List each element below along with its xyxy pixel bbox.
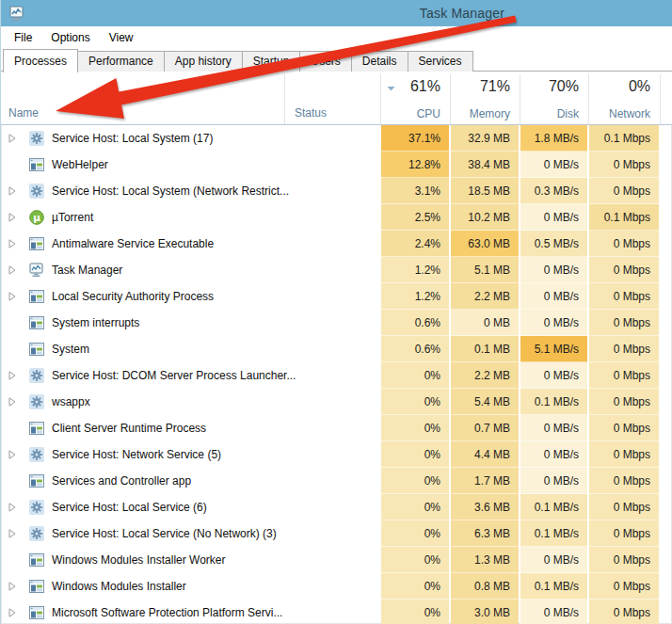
- cpu-cell: 2.4%: [381, 231, 449, 257]
- process-row[interactable]: Service Host: Local System (17) 37.1% 32…: [1, 125, 672, 152]
- application-window-icon: [29, 553, 44, 567]
- memory-cell: 1.7 MB: [451, 468, 519, 494]
- process-row[interactable]: WebHelper 12.8% 38.4 MB 0 MB/s 0 Mbps: [1, 152, 672, 178]
- process-row[interactable]: Service Host: DCOM Server Process Launch…: [1, 362, 672, 389]
- window-icon: [29, 552, 44, 568]
- network-cell: 0 Mbps: [589, 336, 659, 362]
- process-row[interactable]: µ µTorrent 2.5% 10.2 MB 0 MB/s 0.1 Mbps: [1, 204, 672, 231]
- tab-performance[interactable]: Performance: [77, 51, 165, 72]
- expand-arrow-icon[interactable]: [8, 547, 25, 573]
- disk-cell: 0 MB/s: [520, 362, 587, 389]
- expand-arrow-icon[interactable]: [8, 573, 25, 600]
- process-row[interactable]: Local Security Authority Process 1.2% 2.…: [1, 283, 672, 310]
- expand-arrow-icon[interactable]: [8, 283, 25, 310]
- process-row[interactable]: System interrupts 0.6% 0 MB 0 MB/s 0 Mbp…: [1, 310, 672, 336]
- menu-item-file[interactable]: File: [5, 29, 41, 46]
- expand-arrow-icon[interactable]: [8, 125, 25, 152]
- service-gear-icon: [29, 368, 44, 383]
- window-icon: [29, 579, 44, 594]
- column-header-name[interactable]: Name: [8, 106, 39, 120]
- process-name-cell: Local Security Authority Process: [1, 283, 214, 310]
- process-row[interactable]: Task Manager 1.2% 5.1 MB 0 MB/s 0 Mbps: [1, 257, 672, 283]
- expand-arrow-icon[interactable]: [8, 310, 25, 336]
- process-name-cell: Windows Modules Installer Worker: [1, 547, 226, 573]
- process-row[interactable]: Services and Controller app 0% 1.7 MB 0 …: [1, 468, 672, 494]
- expand-arrow-icon[interactable]: [8, 600, 25, 624]
- expand-arrow-icon[interactable]: [8, 494, 25, 520]
- cpu-total-percent: 61%: [410, 78, 440, 95]
- process-name: Service Host: Local System (17): [52, 132, 213, 145]
- menu-item-options[interactable]: Options: [41, 29, 99, 46]
- memory-cell: 3.6 MB: [451, 494, 519, 520]
- tab-users[interactable]: Users: [299, 51, 351, 72]
- column-header-network[interactable]: 0% Network: [589, 72, 659, 125]
- process-name-cell: µ µTorrent: [1, 204, 93, 231]
- column-header-status[interactable]: Status: [295, 106, 327, 120]
- expand-arrow-icon[interactable]: [8, 257, 25, 283]
- tab-services[interactable]: Services: [408, 51, 473, 72]
- expand-arrow-icon[interactable]: [8, 520, 25, 547]
- process-name: WebHelper: [52, 158, 108, 171]
- network-cell: 0 Mbps: [589, 283, 659, 310]
- column-header-memory[interactable]: 71% Memory: [451, 72, 519, 125]
- expand-arrow-icon[interactable]: [8, 231, 25, 257]
- tab-startup[interactable]: Startup: [242, 51, 301, 72]
- expand-arrow-icon[interactable]: [8, 389, 25, 415]
- process-name-cell: Microsoft Software Protection Platform S…: [1, 600, 282, 624]
- application-window-icon: [29, 290, 44, 303]
- tab-details[interactable]: Details: [351, 51, 408, 72]
- expand-arrow-icon[interactable]: [8, 362, 25, 389]
- gear-icon: [29, 131, 44, 146]
- process-name: µTorrent: [52, 211, 93, 224]
- disk-cell: 0 MB/s: [520, 547, 587, 573]
- application-window-icon: [29, 158, 44, 171]
- menu-item-view[interactable]: View: [100, 29, 143, 46]
- process-row[interactable]: Antimalware Service Executable 2.4% 63.0…: [1, 231, 672, 257]
- process-row[interactable]: Microsoft Software Protection Platform S…: [1, 600, 672, 624]
- disk-cell: 0 MB/s: [520, 441, 587, 468]
- process-name-cell: Service Host: Local System (17): [1, 125, 213, 152]
- process-name: Client Server Runtime Process: [52, 422, 206, 435]
- process-name: Windows Modules Installer: [52, 580, 186, 593]
- expand-arrow-icon[interactable]: [8, 336, 25, 362]
- network-cell: 0 Mbps: [589, 152, 659, 178]
- cpu-column-label: CPU: [417, 107, 440, 120]
- process-name: Task Manager: [52, 264, 122, 277]
- tab-strip: ProcessesPerformanceApp historyStartupUs…: [1, 48, 672, 72]
- process-row[interactable]: Service Host: Network Service (5) 0% 4.4…: [1, 441, 672, 468]
- expand-arrow-icon[interactable]: [8, 415, 25, 441]
- expand-arrow-icon[interactable]: [8, 441, 25, 468]
- process-name-cell: Services and Controller app: [1, 468, 191, 494]
- process-row[interactable]: Windows Modules Installer 0% 0.8 MB 0.1 …: [1, 573, 672, 600]
- column-header-cpu[interactable]: 61% CPU: [381, 72, 449, 125]
- memory-cell: 63.0 MB: [451, 231, 519, 257]
- expand-arrow-icon[interactable]: [8, 204, 25, 231]
- memory-cell: 0.8 MB: [451, 573, 519, 600]
- process-row[interactable]: Client Server Runtime Process 0% 0.7 MB …: [1, 415, 672, 441]
- disk-cell: 0.3 MB/s: [520, 178, 587, 204]
- disk-cell: 0.1 MB/s: [520, 573, 587, 600]
- process-row[interactable]: Service Host: Local System (Network Rest…: [1, 178, 672, 204]
- process-name: wsappx: [52, 395, 90, 408]
- tab-app-history[interactable]: App history: [164, 51, 243, 72]
- process-row[interactable]: wsappx 0% 5.4 MB 0.1 MB/s 0 Mbps: [1, 389, 672, 415]
- column-header-disk[interactable]: 70% Disk: [520, 72, 587, 125]
- cpu-cell: 1.2%: [381, 283, 449, 310]
- task-manager-app-icon: [9, 6, 25, 22]
- process-name: System interrupts: [52, 316, 139, 329]
- process-row[interactable]: Service Host: Local Service (No Network)…: [1, 520, 672, 547]
- memory-cell: 5.4 MB: [451, 389, 519, 415]
- process-row[interactable]: Windows Modules Installer Worker 0% 1.3 …: [1, 547, 672, 573]
- application-window-icon: [29, 237, 44, 250]
- expand-arrow-icon[interactable]: [8, 468, 25, 494]
- process-row[interactable]: Service Host: Local Service (6) 0% 3.6 M…: [1, 494, 672, 520]
- gear-icon: [29, 394, 44, 409]
- process-name: Windows Modules Installer Worker: [52, 553, 226, 567]
- expand-arrow-icon[interactable]: [8, 178, 25, 204]
- process-row[interactable]: System 0.6% 0.1 MB 5.1 MB/s 0 Mbps: [1, 336, 672, 362]
- expand-arrow-icon[interactable]: [8, 152, 25, 178]
- tab-processes[interactable]: Processes: [3, 49, 78, 72]
- disk-cell: 0 MB/s: [520, 283, 587, 310]
- memory-cell: 18.5 MB: [451, 178, 519, 204]
- memory-cell: 6.3 MB: [451, 520, 519, 547]
